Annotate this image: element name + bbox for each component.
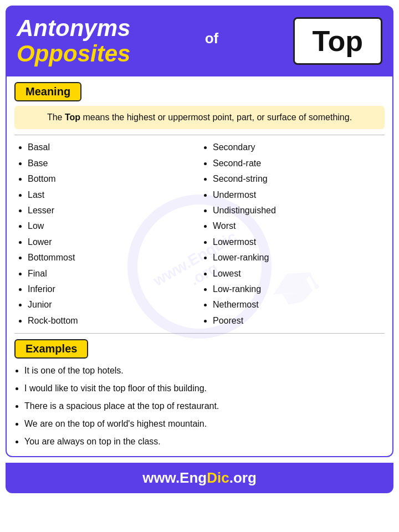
antonym-right-item: Lower-ranking — [213, 250, 385, 265]
antonym-left-item: Bottom — [28, 171, 200, 187]
antonym-right-item: Undermost — [213, 187, 385, 203]
antonym-right-item: Lowest — [213, 266, 385, 282]
header-left: Antonyms Opposites — [17, 16, 130, 66]
example-item: We are on the top of world's highest mou… — [24, 415, 381, 433]
of-label: of — [205, 30, 219, 53]
antonym-left-item: Last — [28, 187, 200, 203]
antonym-left-item: Inferior — [28, 282, 200, 297]
example-item: You are always on top in the class. — [24, 433, 381, 451]
antonyms-grid: BasalBaseBottomLastLesserLowLowerBottomm… — [14, 137, 385, 331]
footer-www: www. — [142, 469, 180, 486]
meaning-text: The Top means the highest or uppermost p… — [14, 106, 385, 129]
meaning-label: Meaning — [14, 82, 81, 101]
antonym-right-item: Secondary — [213, 140, 385, 155]
antonym-left-item: Lesser — [28, 203, 200, 218]
antonym-right-item: Second-rate — [213, 156, 385, 171]
example-item: It is one of the top hotels. — [24, 362, 381, 380]
footer: www.EngDic.org — [6, 463, 393, 493]
footer-url: www.EngDic.org — [142, 469, 257, 486]
antonym-right-item: Poorest — [213, 313, 385, 329]
antonym-right-item: Nethermost — [213, 297, 385, 313]
footer-eng: Eng — [180, 469, 207, 486]
example-item: There is a spacious place at the top of … — [24, 397, 381, 415]
antonym-left-item: Base — [28, 156, 200, 171]
examples-list: It is one of the top hotels.I would like… — [7, 359, 392, 456]
examples-label: Examples — [14, 339, 88, 359]
antonym-left-item: Rock-bottom — [28, 313, 200, 329]
meaning-text-before: The — [47, 112, 65, 122]
antonym-right-item: Undistinguished — [213, 203, 385, 218]
header: Antonyms Opposites of Top — [6, 6, 393, 76]
footer-dic: Dic — [207, 469, 229, 486]
antonym-right-item: Low-ranking — [213, 282, 385, 297]
antonym-right-item: Lowermost — [213, 234, 385, 250]
antonyms-right-col: SecondarySecond-rateSecond-stringUndermo… — [200, 137, 385, 331]
divider-1 — [14, 135, 385, 135]
example-item: I would like to visit the top floor of t… — [24, 380, 381, 397]
antonym-left-item: Bottommost — [28, 250, 200, 265]
antonym-left-item: Low — [28, 218, 200, 234]
antonym-right-item: Worst — [213, 218, 385, 234]
footer-dot: . — [229, 469, 233, 486]
antonym-left-item: Lower — [28, 234, 200, 250]
word-box: Top — [293, 17, 382, 65]
footer-org: org — [233, 469, 257, 486]
antonym-left-item: Junior — [28, 297, 200, 313]
opposites-title: Opposites — [17, 41, 130, 66]
antonym-left-item: Basal — [28, 140, 200, 155]
main-content: www.EngDic .org Meaning The Top means th… — [6, 76, 393, 457]
antonym-left-item: Final — [28, 266, 200, 282]
examples-section: Examples It is one of the top hotels.I w… — [7, 334, 392, 456]
meaning-word-bold: Top — [65, 112, 80, 122]
meaning-text-after: means the highest or uppermost point, pa… — [80, 112, 352, 122]
meaning-section: Meaning The Top means the highest or upp… — [7, 76, 392, 129]
antonyms-title: Antonyms — [17, 16, 130, 41]
antonym-right-item: Second-string — [213, 171, 385, 187]
antonyms-left-col: BasalBaseBottomLastLesserLowLowerBottomm… — [14, 137, 200, 331]
main-word: Top — [313, 24, 363, 58]
